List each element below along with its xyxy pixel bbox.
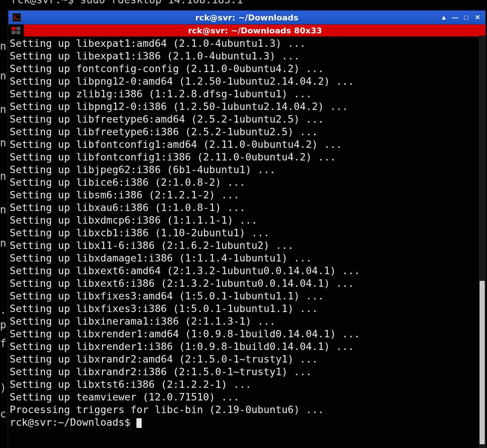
terminal-line: Setting up libice6:i386 (2:1.0.8-2) ... (10, 176, 484, 189)
terminal-line: Setting up libexpat1:amd64 (2.1.0-4ubunt… (10, 37, 484, 50)
terminal-line: Setting up libsm6:i386 (2:1.2.1-2) ... (10, 189, 484, 201)
terminal-line: Setting up libjpeg62:i386 (6b1-4ubuntu1)… (10, 163, 484, 176)
terminal-line: Setting up zlib1g:i386 (1:1.2.8.dfsg-1ub… (10, 88, 484, 100)
terminal-line: Setting up libpng12-0:i386 (1.2.50-1ubun… (10, 100, 484, 113)
maximize-button[interactable]: □ (462, 13, 470, 22)
terminal-line: Setting up libxau6:i386 (1:1.0.8-1) ... (10, 201, 484, 214)
svg-rect-4 (12, 31, 16, 34)
close-button[interactable]: ✕ (473, 13, 481, 22)
terminal-output[interactable]: Setting up libexpat1:amd64 (2.1.0-4ubunt… (8, 36, 486, 448)
bg-command-line: rck@svr:~$ sudo rdesktop 14.108.185.1 (11, 0, 243, 7)
window-controls: ▲ — □ ✕ (440, 13, 485, 22)
terminal-line: Setting up libx11-6:i386 (2:1.6.2-1ubunt… (10, 239, 484, 252)
terminal-line: Setting up libxcb1:i386 (1.10-2ubuntu1) … (10, 227, 484, 239)
terminal-line: Setting up libxfixes3:i386 (1:5.0.1-1ubu… (10, 302, 484, 315)
terminal-prompt[interactable]: rck@svr:~/Downloads$ (10, 416, 484, 429)
terminal-line: Setting up libxdmcp6:i386 (1:1.1.1-1) ..… (10, 214, 484, 227)
terminal-line: Setting up libfontconfig1:i386 (2.11.0-0… (10, 151, 484, 163)
minimize-button[interactable]: — (451, 13, 459, 22)
tab-title: rck@svr: ~/Downloads 80x33 (25, 26, 486, 35)
terminal-tabbar: rck@svr: ~/Downloads 80x33 (8, 25, 486, 36)
terminal-line: Setting up libxrandr2:i386 (2:1.5.0-1~tr… (10, 366, 484, 378)
svg-rect-2 (12, 27, 16, 30)
cursor (136, 418, 142, 428)
terminal-line: Setting up libxrandr2:amd64 (2:1.5.0-1~t… (10, 353, 484, 366)
terminal-app-icon (12, 13, 21, 22)
window-titlebar[interactable]: rck@svr: ~/Downloads ▲ — □ ✕ (8, 10, 486, 25)
maximize-icon: □ (464, 14, 468, 22)
terminal-line: Setting up libxrender1:amd64 (1:0.9.8-1b… (10, 328, 484, 340)
minimize-icon: — (452, 14, 458, 22)
terminal-line: Setting up libfontconfig1:amd64 (2.11.0-… (10, 138, 484, 151)
terminal-line: Setting up libexpat1:i386 (2.1.0-4ubuntu… (10, 50, 484, 62)
terminal-line: Setting up libxtst6:i386 (2:1.2.2-1) ... (10, 378, 484, 391)
prompt-text: rck@svr:~/Downloads$ (10, 416, 130, 428)
terminal-line: Setting up libfreetype6:amd64 (2.5.2-1ub… (10, 113, 484, 126)
terminal-line: Processing triggers for libc-bin (2.19-0… (10, 403, 484, 416)
terminal-line: Setting up libxfixes3:amd64 (1:5.0.1-1ub… (10, 290, 484, 302)
terminal-line: Setting up libxinerama1:i386 (2:1.1.3-1)… (10, 315, 484, 328)
terminal-line: Setting up libxdamage1:i386 (1:1.1.4-1ub… (10, 252, 484, 264)
terminal-line: Setting up libfreetype6:i386 (2.5.2-1ubu… (10, 126, 484, 138)
tab-terminal-icon[interactable] (8, 25, 25, 36)
terminal-line: Setting up libxext6:amd64 (2:1.3.2-1ubun… (10, 264, 484, 277)
shade-button[interactable]: ▲ (440, 13, 448, 22)
svg-rect-5 (16, 31, 20, 34)
terminal-line: Setting up libxrender1:i386 (1:0.9.8-1bu… (10, 340, 484, 353)
terminal-line: Setting up libxext6:i386 (2:1.3.2-1ubunt… (10, 277, 484, 290)
window-title: rck@svr: ~/Downloads (9, 13, 485, 22)
arrow-up-icon: ▲ (441, 14, 447, 22)
close-icon: ✕ (475, 13, 480, 22)
terminal-scrollbar[interactable] (479, 36, 486, 448)
terminal-line: Setting up fontconfig-config (2.11.0-0ub… (10, 62, 484, 75)
terminal-line: Setting up libpng12-0:amd64 (1.2.50-1ubu… (10, 75, 484, 88)
scrollbar-thumb[interactable] (480, 281, 485, 444)
svg-rect-3 (16, 27, 20, 30)
terminal-window: rck@svr: ~/Downloads ▲ — □ ✕ rck@svr: ~/… (8, 10, 486, 448)
terminal-line: Setting up teamviewer (12.0.71510) ... (10, 391, 484, 403)
